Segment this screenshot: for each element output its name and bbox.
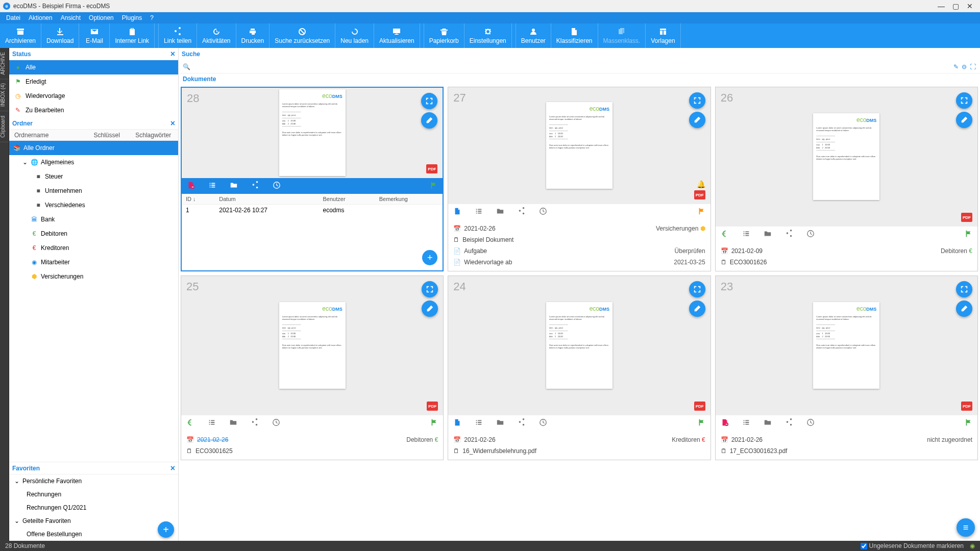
- detail-column-header[interactable]: Benutzer: [319, 194, 375, 205]
- toolbar-vorlagen-button[interactable]: Vorlagen: [646, 23, 680, 48]
- share-icon[interactable]: [785, 418, 793, 428]
- toolbar-klassifizieren-button[interactable]: Klassifizieren: [551, 23, 598, 48]
- vertical-tab[interactable]: INBOX (4): [0, 79, 9, 111]
- expand-icon[interactable]: ⛶: [970, 63, 976, 70]
- document-card[interactable]: 28ecoDMSLorem ipsum dolor sit amet conse…: [181, 87, 444, 271]
- type-icon[interactable]: [721, 418, 729, 428]
- type-icon[interactable]: [187, 181, 195, 191]
- fullscreen-button[interactable]: [422, 281, 438, 297]
- toolbar-massenklass-button[interactable]: Massenklass.: [598, 23, 646, 48]
- toolbar-download-button[interactable]: Download: [41, 23, 79, 48]
- document-thumbnail[interactable]: ecoDMSLorem ipsum dolor sit amet consect…: [813, 113, 879, 200]
- flag-icon[interactable]: [697, 207, 705, 217]
- folder-column-header[interactable]: Schlagwörter: [133, 132, 175, 139]
- folder-item[interactable]: ■Unternehmen: [9, 184, 178, 198]
- flag-icon[interactable]: [697, 418, 705, 428]
- folder-icon[interactable]: [764, 230, 772, 239]
- edit-button[interactable]: [689, 300, 705, 317]
- menu-item[interactable]: Plugins: [118, 14, 146, 21]
- folder-column-header[interactable]: Ordnername: [12, 132, 92, 139]
- edit-button[interactable]: [956, 300, 972, 317]
- list-icon[interactable]: [475, 207, 483, 217]
- edit-button[interactable]: [689, 112, 705, 128]
- close-icon[interactable]: ×: [170, 464, 175, 473]
- document-card[interactable]: 25ecoDMSLorem ipsum dolor sit amet conse…: [181, 276, 444, 460]
- toolbar-benutzer-button[interactable]: Benutzer: [516, 23, 551, 48]
- list-icon[interactable]: [742, 230, 750, 239]
- list-icon[interactable]: [742, 418, 750, 428]
- minimize-button[interactable]: —: [934, 2, 948, 10]
- folder-item[interactable]: €Kreditoren: [9, 241, 178, 255]
- favorite-item[interactable]: Offene Bestellungen: [9, 528, 178, 541]
- search-input[interactable]: [193, 61, 950, 72]
- folder-item[interactable]: ◉Mitarbeiter: [9, 255, 178, 269]
- status-item[interactable]: ◷Wiedervorlage: [9, 89, 178, 103]
- favorites-group[interactable]: ⌄ Geteilte Favoriten: [9, 514, 178, 528]
- favorite-item[interactable]: Rechnungen Q1/2021: [9, 501, 178, 514]
- document-thumbnail[interactable]: ecoDMSLorem ipsum dolor sit amet consect…: [279, 89, 346, 176]
- share-icon[interactable]: [518, 207, 526, 217]
- detail-column-header[interactable]: Datum: [215, 194, 318, 205]
- document-card[interactable]: 24ecoDMSLorem ipsum dolor sit amet conse…: [448, 276, 710, 460]
- type-icon[interactable]: [453, 418, 461, 428]
- list-icon[interactable]: [208, 418, 216, 428]
- history-icon[interactable]: [539, 207, 547, 217]
- edit-icon[interactable]: ✎: [953, 63, 959, 70]
- close-icon[interactable]: ×: [170, 119, 175, 128]
- add-button[interactable]: +: [158, 521, 174, 538]
- history-icon[interactable]: [806, 230, 815, 239]
- history-icon[interactable]: [539, 418, 547, 428]
- menu-item[interactable]: Aktionen: [24, 14, 57, 21]
- document-thumbnail[interactable]: ecoDMSLorem ipsum dolor sit amet consect…: [546, 302, 612, 389]
- maximize-button[interactable]: ▢: [948, 2, 963, 10]
- toolbar-aktualisieren-button[interactable]: Aktualisieren: [374, 23, 420, 48]
- document-thumbnail[interactable]: ecoDMSLorem ipsum dolor sit amet consect…: [546, 102, 612, 189]
- vertical-tab[interactable]: ARCHIVE: [0, 48, 9, 79]
- remove-icon[interactable]: ⊖: [962, 63, 967, 70]
- folder-item[interactable]: ■Steuer: [9, 169, 178, 184]
- edit-button[interactable]: [422, 300, 438, 317]
- document-card[interactable]: 26ecoDMSLorem ipsum dolor sit amet conse…: [715, 87, 978, 271]
- close-icon[interactable]: ×: [170, 49, 175, 59]
- unread-toggle[interactable]: Ungelesene Dokumente markieren: [861, 542, 964, 549]
- close-button[interactable]: ✕: [963, 2, 977, 10]
- status-item[interactable]: ●Alle: [9, 60, 178, 74]
- type-icon[interactable]: [721, 230, 729, 239]
- share-icon[interactable]: [518, 418, 526, 428]
- type-icon[interactable]: [453, 207, 461, 217]
- type-icon[interactable]: [186, 418, 194, 428]
- share-icon[interactable]: [785, 230, 793, 239]
- toolbar-suchezurcksetzen-button[interactable]: Suche zurücksetzen: [270, 23, 335, 48]
- folder-item[interactable]: 🏛Bank: [9, 212, 178, 227]
- favorite-item[interactable]: Rechnungen: [9, 488, 178, 501]
- folder-icon[interactable]: [764, 418, 772, 428]
- table-row[interactable]: 12021-02-26 10:27ecodms: [182, 205, 443, 216]
- status-item[interactable]: ⚑Erledigt: [9, 74, 178, 89]
- document-card[interactable]: 27ecoDMSLorem ipsum dolor sit amet conse…: [448, 87, 710, 271]
- fullscreen-button[interactable]: [689, 281, 705, 297]
- menu-item[interactable]: Datei: [2, 14, 24, 21]
- toolbar-email-button[interactable]: E-Mail: [79, 23, 110, 48]
- list-icon[interactable]: [475, 418, 483, 428]
- toolbar-drucken-button[interactable]: Drucken: [236, 23, 270, 48]
- fullscreen-button[interactable]: [421, 93, 437, 109]
- toolbar-linkteilen-button[interactable]: Link teilen: [159, 23, 197, 48]
- document-thumbnail[interactable]: ecoDMSLorem ipsum dolor sit amet consect…: [279, 302, 346, 389]
- toolbar-einstellungen-button[interactable]: Einstellungen: [464, 23, 512, 48]
- toolbar-neuladen-button[interactable]: Neu laden: [335, 23, 374, 48]
- menu-item[interactable]: Optionen: [85, 14, 118, 21]
- folder-item[interactable]: 📚Alle Ordner: [9, 141, 178, 155]
- fullscreen-button[interactable]: [689, 92, 705, 109]
- folder-item[interactable]: ■Verschiedenes: [9, 198, 178, 212]
- flag-icon[interactable]: [964, 230, 972, 239]
- folder-icon[interactable]: [496, 207, 504, 217]
- flag-icon[interactable]: [964, 418, 972, 428]
- share-icon[interactable]: [251, 181, 259, 191]
- menu-item[interactable]: ?: [146, 14, 158, 21]
- view-mode-button[interactable]: ≡: [957, 518, 975, 537]
- history-icon[interactable]: [272, 418, 280, 428]
- document-card[interactable]: 23ecoDMSLorem ipsum dolor sit amet conse…: [715, 276, 978, 460]
- flag-icon[interactable]: [429, 181, 437, 191]
- toolbar-internerlink-button[interactable]: Interner Link: [110, 23, 155, 48]
- detail-column-header[interactable]: Bemerkung: [375, 194, 443, 205]
